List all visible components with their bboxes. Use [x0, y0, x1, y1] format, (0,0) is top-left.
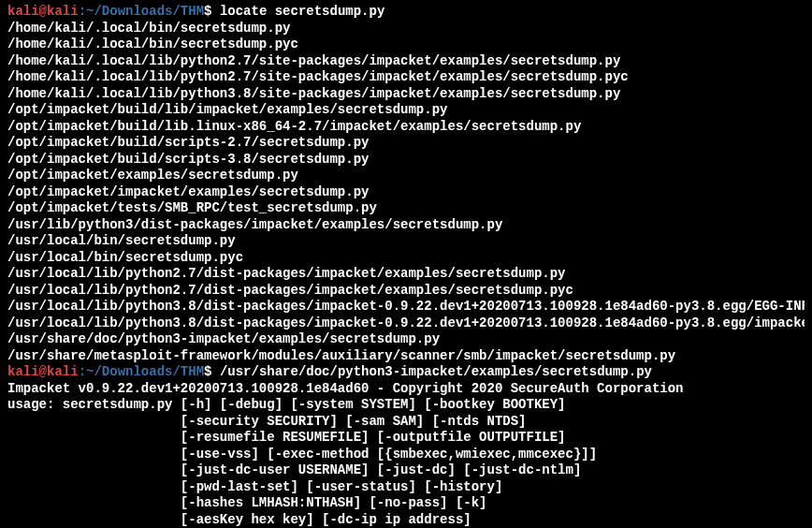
output-line: /home/kali/.local/bin/secretsdump.pyc: [7, 37, 805, 53]
prompt-path: ~/Downloads/THM: [86, 4, 204, 19]
output-line: [-security SECURITY] [-sam SAM] [-ntds N…: [7, 414, 805, 431]
output-line: /opt/impacket/build/scripts-2.7/secretsd…: [7, 135, 805, 152]
prompt-dollar: $: [204, 364, 220, 379]
command-input: /usr/share/doc/python3-impacket/examples…: [220, 364, 652, 379]
output-line: /usr/local/lib/python2.7/dist-packages/i…: [7, 266, 805, 283]
prompt-line-1: kali@kali:~/Downloads/THM$ locate secret…: [7, 4, 805, 21]
output-line: [-hashes LMHASH:NTHASH] [-no-pass] [-k]: [7, 495, 805, 512]
output-line: /usr/local/lib/python3.8/dist-packages/i…: [7, 315, 805, 332]
output-line: [-pwd-last-set] [-user-status] [-history…: [7, 479, 805, 496]
terminal[interactable]: kali@kali:~/Downloads/THM$ locate secret…: [7, 4, 805, 528]
output-line: /home/kali/.local/lib/python2.7/site-pac…: [7, 53, 805, 70]
output-line: /home/kali/.local/lib/python3.8/site-pac…: [7, 86, 805, 103]
command-input: locate secretsdump.py: [220, 4, 384, 19]
output-line: /opt/impacket/build/lib.linux-x86_64-2.7…: [7, 119, 805, 136]
output-line: [-use-vss] [-exec-method [{smbexec,wmiex…: [7, 447, 805, 463]
prompt-user: kali@kali: [7, 4, 79, 19]
output-line: /home/kali/.local/lib/python2.7/site-pac…: [7, 69, 805, 86]
output-line: /usr/local/lib/python3.8/dist-packages/i…: [7, 299, 805, 315]
output-line: Impacket v0.9.22.dev1+20200713.100928.1e…: [7, 381, 805, 398]
output-line: /opt/impacket/tests/SMB_RPC/test_secrets…: [7, 200, 805, 217]
output-line: /usr/local/bin/secretsdump.py: [7, 233, 805, 250]
prompt-separator: :: [79, 4, 86, 19]
prompt-dollar: $: [204, 4, 220, 19]
output-line: /usr/local/lib/python2.7/dist-packages/i…: [7, 283, 805, 300]
output-line: /usr/local/bin/secretsdump.pyc: [7, 250, 805, 267]
output-line: [-resumefile RESUMEFILE] [-outputfile OU…: [7, 430, 805, 447]
prompt-user: kali@kali: [7, 364, 79, 379]
prompt-separator: :: [79, 364, 86, 379]
output-line: /home/kali/.local/bin/secretsdump.py: [7, 21, 805, 37]
prompt-line-2: kali@kali:~/Downloads/THM$ /usr/share/do…: [7, 364, 805, 381]
output-line: /opt/impacket/build/scripts-3.8/secretsd…: [7, 152, 805, 169]
output-line: /opt/impacket/examples/secretsdump.py: [7, 168, 805, 184]
output-line: /usr/share/doc/python3-impacket/examples…: [7, 331, 805, 348]
output-line: [-aesKey hex key] [-dc-ip ip address]: [7, 512, 805, 529]
prompt-path: ~/Downloads/THM: [86, 364, 204, 379]
output-line: /opt/impacket/impacket/examples/secretsd…: [7, 184, 805, 201]
output-line: /usr/lib/python3/dist-packages/impacket/…: [7, 217, 805, 234]
output-line: /opt/impacket/build/lib/impacket/example…: [7, 102, 805, 119]
output-line: /usr/share/metasploit-framework/modules/…: [7, 348, 805, 365]
output-line: usage: secretsdump.py [-h] [-debug] [-sy…: [7, 397, 805, 414]
output-line: [-just-dc-user USERNAME] [-just-dc] [-ju…: [7, 462, 805, 479]
